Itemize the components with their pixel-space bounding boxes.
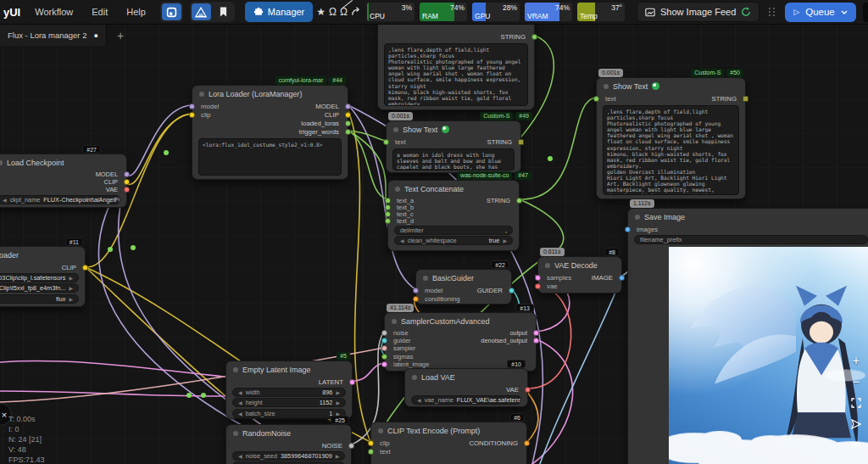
collapse-dot[interactable] [199, 92, 204, 97]
clean-whitespace-widget[interactable]: ◀clean_whitespacetrue▶ [394, 236, 513, 245]
node-title[interactable]: Lora Loader (LoraManager) [192, 86, 348, 102]
filename-prefix-widget[interactable]: filename_prefix [634, 235, 868, 244]
input-pin-text-b[interactable] [385, 204, 391, 210]
manager-button[interactable]: Manager [245, 2, 313, 22]
output-pin-loaded-loras[interactable] [345, 120, 351, 126]
input-pin-images[interactable] [625, 226, 631, 232]
menu-workflow[interactable]: Workflow [27, 3, 81, 20]
output-pin-string[interactable] [518, 139, 524, 145]
new-workflow-button[interactable]: + [107, 29, 134, 42]
zoom-out-button[interactable]: − [853, 377, 860, 387]
output-pin-guider[interactable] [509, 288, 515, 293]
show-text-content[interactable]: a woman in idol dress with long sleeves … [392, 148, 515, 171]
omega-button[interactable]: Ω [329, 6, 337, 18]
output-pin-vae[interactable] [525, 387, 531, 393]
menu-help[interactable]: Help [119, 3, 153, 20]
node-save-image[interactable]: 1.112s Save Image images filename_prefix [627, 208, 868, 464]
node-title[interactable]: Load Checkpoint [0, 154, 126, 171]
noise-seed-widget[interactable]: ◀noise_seed385996468701909▶ [232, 451, 345, 461]
clip-name1-widget[interactable]: SD3Clip\clip_l.safetensors▶ [0, 273, 79, 282]
collapse-dot[interactable] [233, 367, 238, 372]
image-preview[interactable]: + − [669, 247, 868, 464]
node-show-text-50[interactable]: 0.001s Custom-S #50 Show Text textSTRING… [596, 77, 746, 199]
clip-name2-widget[interactable]: SD3Clip\t5xxl_fp8_e4m3fn...▶ [0, 283, 79, 293]
output-pin-clip[interactable] [345, 112, 351, 118]
fullscreen-button[interactable] [851, 398, 861, 408]
collapse-dot[interactable] [423, 276, 428, 281]
drag-handle[interactable] [769, 8, 776, 16]
input-pin-noise[interactable] [381, 330, 387, 336]
show-text-content[interactable]: ,lens flare,depth of field,light particl… [603, 105, 739, 195]
node-empty-latent-image[interactable]: #5 Empty Latent Image LATENT ◀width896▶ … [225, 361, 353, 419]
node-load-vae[interactable]: #10 Load VAE VAE ◀vae_nameFLUX_VAE\ae.sa… [404, 368, 528, 407]
menu-edit[interactable]: Edit [84, 3, 115, 20]
node-title[interactable]: VAE Decode [538, 257, 621, 273]
tab-flux-lora-manager-2[interactable]: Flux - Lora manager 2 ● [0, 25, 107, 46]
lora-text-widget[interactable]: <lora:flux_idol_costume_style2_v1:0.8> [198, 138, 342, 176]
node-load-checkpoint[interactable]: #27 Load Checkpoint MODEL CLIP VAE ◀ckpt… [0, 154, 127, 208]
node-title[interactable]: BasicGuider [416, 270, 511, 286]
output-pin-string[interactable] [743, 96, 748, 102]
input-pin-clip[interactable] [189, 112, 195, 118]
output-pin-string[interactable] [531, 34, 537, 40]
node-lora-loader[interactable]: comfyui-lora-mar #44 Lora Loader (LoraMa… [192, 85, 348, 180]
share-button[interactable] [351, 6, 362, 19]
node-clip-text-encode[interactable]: #6 CLIP Text Encode (Prompt) clipCONDITI… [370, 422, 527, 464]
input-pin-text[interactable] [383, 139, 389, 145]
collapse-dot[interactable] [604, 84, 609, 89]
node-vae-decode[interactable]: 0.611s #8 VAE Decode samplesIMAGE vae [537, 256, 622, 293]
input-pin-model[interactable] [189, 103, 195, 109]
node-title[interactable]: CLIP Text Encode (Prompt) [371, 422, 526, 439]
output-pin-trigger-words[interactable] [345, 129, 351, 135]
show-image-feed-button[interactable]: Show Image Feed [637, 2, 760, 22]
bookmark-button[interactable] [214, 3, 233, 20]
batch-size-widget[interactable]: ◀batch_size1▶ [232, 409, 346, 418]
input-pin-text-d[interactable] [385, 218, 391, 224]
output-pin-conditioning[interactable] [524, 440, 530, 446]
output-pin-noise[interactable] [348, 443, 354, 449]
star-button[interactable]: ★ [316, 6, 326, 18]
collapse-dot[interactable] [233, 431, 238, 436]
node-text-concatenate[interactable]: was-node-suite-co #47 Text Concatenate t… [387, 180, 520, 251]
omega-disabled-button[interactable]: Ω [340, 6, 348, 18]
comfy-logo-button[interactable] [162, 3, 181, 20]
collapse-dot[interactable] [392, 319, 397, 324]
node-clip-loader[interactable]: #11 oader CLIP SD3Clip\clip_l.safetensor… [0, 246, 86, 307]
input-pin-guider[interactable] [381, 338, 387, 344]
output-pin-model[interactable] [345, 103, 351, 109]
string-preview-text[interactable]: ,lens flare,depth of field,light particl… [384, 43, 528, 106]
input-pin-text[interactable] [368, 449, 374, 455]
height-widget[interactable]: ◀height1152▶ [232, 398, 346, 407]
ckpt-name-widget[interactable]: ◀ckpt_nameFLUX-Checkpoint\aiAngelFl...▶ [0, 195, 120, 204]
width-widget[interactable]: ◀width896▶ [232, 388, 346, 397]
vae-name-widget[interactable]: ◀vae_nameFLUX_VAE\ae.safetensors▶ [411, 395, 521, 405]
graph-canvas[interactable]: #27 Load Checkpoint MODEL CLIP VAE ◀ckpt… [0, 25, 868, 464]
input-pin-model[interactable] [413, 288, 419, 293]
input-pin-latent-image[interactable] [381, 361, 387, 367]
output-pin-image[interactable] [619, 275, 625, 281]
input-pin-sampler[interactable] [381, 345, 387, 351]
collapse-dot[interactable] [635, 215, 640, 220]
node-basic-guider[interactable]: #22 BasicGuider modelGUIDER conditioning [415, 269, 512, 305]
collapse-dot[interactable] [545, 263, 550, 268]
node-title[interactable]: Text Concatenate [388, 181, 519, 197]
node-title[interactable]: oader [0, 247, 85, 263]
delimiter-widget[interactable]: delimiter, [394, 226, 513, 235]
input-pin-vae[interactable] [535, 283, 541, 289]
eye-button[interactable] [851, 440, 861, 448]
output-pin-string[interactable] [516, 198, 522, 204]
collapse-dot[interactable] [0, 160, 3, 165]
input-pin-clip[interactable] [368, 440, 374, 446]
batch-count-input[interactable]: 1 ▲▼ [863, 3, 868, 22]
collapse-dot[interactable] [393, 127, 398, 132]
node-random-noise[interactable]: #25 RandomNoise NOISE ◀noise_seed3859964… [225, 424, 352, 464]
node-string-preview[interactable]: STRING ,lens flare,depth of field,light … [377, 25, 535, 110]
output-pin-latent[interactable] [349, 379, 355, 385]
input-pin-sigmas[interactable] [381, 354, 387, 360]
node-title[interactable]: SamplerCustomAdvanced [385, 313, 536, 329]
input-pin-text-c[interactable] [385, 211, 391, 217]
output-pin-clip[interactable] [82, 265, 88, 271]
input-pin-samples[interactable] [535, 275, 541, 281]
node-title[interactable]: Show Text [387, 121, 520, 137]
node-title[interactable]: Empty Latent Image [226, 361, 352, 377]
